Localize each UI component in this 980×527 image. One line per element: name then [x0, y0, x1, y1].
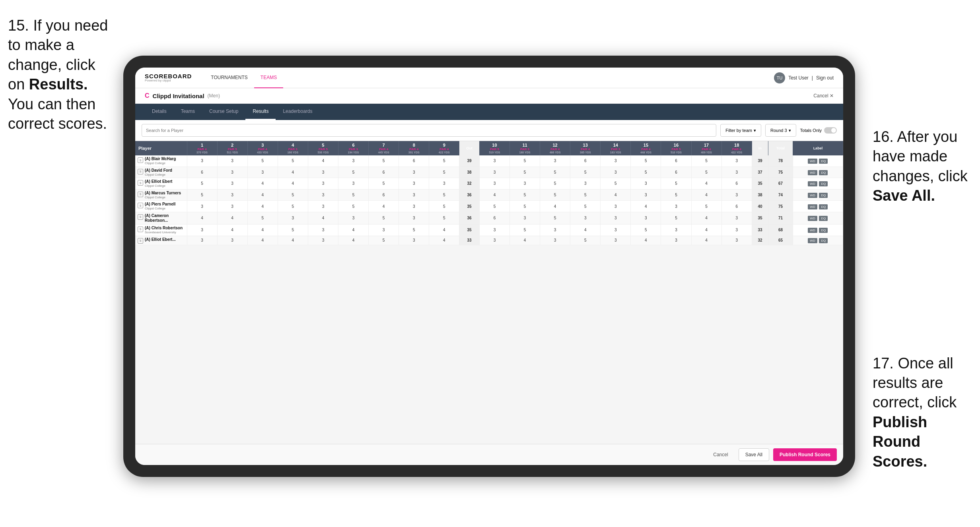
score-hole-15[interactable]: 3	[631, 212, 661, 224]
score-hole-11[interactable]: 4	[509, 236, 540, 245]
score-hole-9[interactable]: 4	[429, 224, 459, 236]
score-hole-7[interactable]: 6	[369, 189, 399, 201]
score-hole-16[interactable]: 3	[661, 236, 691, 245]
score-hole-1[interactable]: 5	[187, 189, 217, 201]
score-hole-9[interactable]: 5	[429, 212, 459, 224]
score-hole-6[interactable]: 3	[338, 155, 368, 167]
score-hole-7[interactable]: 5	[369, 236, 399, 245]
score-hole-15[interactable]: 4	[631, 236, 661, 245]
score-hole-11[interactable]: 5	[509, 155, 540, 167]
score-hole-13[interactable]: 5	[570, 236, 601, 245]
filter-by-team-button[interactable]: Filter by team ▾	[720, 124, 761, 137]
score-hole-4[interactable]: 4	[278, 178, 308, 190]
score-hole-18[interactable]: 3	[721, 236, 752, 245]
score-hole-12[interactable]: 5	[540, 178, 570, 190]
score-hole-10[interactable]: 5	[479, 201, 509, 212]
score-hole-7[interactable]: 5	[369, 212, 399, 224]
score-hole-13[interactable]: 5	[570, 189, 601, 201]
score-hole-1[interactable]: 6	[187, 167, 217, 178]
score-hole-11[interactable]: 3	[509, 212, 540, 224]
score-hole-13[interactable]: 6	[570, 155, 601, 167]
score-hole-14[interactable]: 3	[601, 224, 631, 236]
score-hole-5[interactable]: 4	[308, 155, 338, 167]
score-hole-18[interactable]: 3	[721, 212, 752, 224]
score-hole-6[interactable]: 5	[338, 201, 368, 212]
dq-button[interactable]: DQ	[819, 204, 828, 209]
score-hole-8[interactable]: 3	[399, 189, 429, 201]
score-hole-7[interactable]: 3	[369, 224, 399, 236]
score-hole-13[interactable]: 4	[570, 224, 601, 236]
score-hole-17[interactable]: 4	[691, 212, 721, 224]
score-hole-16[interactable]: 5	[661, 178, 691, 190]
score-hole-1[interactable]: 3	[187, 224, 217, 236]
score-hole-2[interactable]: 3	[217, 155, 247, 167]
sign-out-link[interactable]: Sign out	[816, 75, 834, 81]
score-hole-1[interactable]: 4	[187, 212, 217, 224]
score-hole-10[interactable]: 6	[479, 212, 509, 224]
dq-button[interactable]: DQ	[819, 159, 828, 164]
dq-button[interactable]: DQ	[819, 216, 828, 221]
score-hole-14[interactable]: 3	[601, 155, 631, 167]
score-hole-1[interactable]: 5	[187, 178, 217, 190]
score-hole-15[interactable]: 3	[631, 178, 661, 190]
score-hole-15[interactable]: 5	[631, 155, 661, 167]
tab-leaderboards[interactable]: Leaderboards	[276, 104, 319, 120]
score-hole-13[interactable]: 3	[570, 178, 601, 190]
score-hole-15[interactable]: 4	[631, 201, 661, 212]
score-hole-11[interactable]: 5	[509, 224, 540, 236]
score-hole-3[interactable]: 3	[247, 167, 278, 178]
score-hole-6[interactable]: 5	[338, 167, 368, 178]
score-hole-18[interactable]: 3	[721, 224, 752, 236]
score-hole-17[interactable]: 4	[691, 178, 721, 190]
score-hole-1[interactable]: 3	[187, 236, 217, 245]
score-hole-2[interactable]: 4	[217, 212, 247, 224]
score-hole-17[interactable]: 4	[691, 224, 721, 236]
score-hole-3[interactable]: 5	[247, 155, 278, 167]
score-hole-4[interactable]: 5	[278, 189, 308, 201]
tab-results[interactable]: Results	[245, 104, 276, 120]
score-hole-12[interactable]: 3	[540, 224, 570, 236]
dq-button[interactable]: DQ	[819, 238, 828, 243]
score-hole-13[interactable]: 5	[570, 167, 601, 178]
score-hole-5[interactable]: 3	[308, 224, 338, 236]
wd-button[interactable]: WD	[808, 193, 817, 198]
score-hole-14[interactable]: 3	[601, 167, 631, 178]
score-hole-15[interactable]: 5	[631, 167, 661, 178]
score-hole-2[interactable]: 3	[217, 167, 247, 178]
score-hole-9[interactable]: 3	[429, 178, 459, 190]
score-hole-17[interactable]: 5	[691, 167, 721, 178]
score-hole-2[interactable]: 3	[217, 201, 247, 212]
score-hole-9[interactable]: 4	[429, 236, 459, 245]
score-hole-5[interactable]: 3	[308, 201, 338, 212]
score-hole-4[interactable]: 5	[278, 224, 308, 236]
score-hole-12[interactable]: 5	[540, 167, 570, 178]
score-hole-18[interactable]: 3	[721, 167, 752, 178]
score-hole-3[interactable]: 5	[247, 212, 278, 224]
score-hole-4[interactable]: 3	[278, 212, 308, 224]
score-hole-16[interactable]: 5	[661, 189, 691, 201]
round-selector-button[interactable]: Round 3 ▾	[765, 124, 796, 137]
nav-teams[interactable]: TEAMS	[254, 68, 283, 88]
score-hole-7[interactable]: 4	[369, 201, 399, 212]
score-hole-18[interactable]: 6	[721, 201, 752, 212]
score-hole-14[interactable]: 3	[601, 201, 631, 212]
dq-button[interactable]: DQ	[819, 170, 828, 175]
score-hole-13[interactable]: 3	[570, 212, 601, 224]
score-hole-12[interactable]: 3	[540, 236, 570, 245]
score-hole-3[interactable]: 4	[247, 236, 278, 245]
score-hole-14[interactable]: 3	[601, 212, 631, 224]
score-hole-8[interactable]: 3	[399, 236, 429, 245]
wd-button[interactable]: WD	[808, 181, 817, 186]
dq-button[interactable]: DQ	[819, 193, 828, 198]
wd-button[interactable]: WD	[808, 159, 817, 164]
wd-button[interactable]: WD	[808, 228, 817, 233]
cancel-button[interactable]: Cancel	[707, 448, 734, 461]
wd-button[interactable]: WD	[808, 216, 817, 221]
score-hole-3[interactable]: 4	[247, 189, 278, 201]
score-hole-18[interactable]: 6	[721, 178, 752, 190]
score-hole-16[interactable]: 6	[661, 167, 691, 178]
score-hole-3[interactable]: 4	[247, 224, 278, 236]
score-hole-4[interactable]: 4	[278, 167, 308, 178]
score-hole-17[interactable]: 4	[691, 236, 721, 245]
score-hole-18[interactable]: 3	[721, 189, 752, 201]
